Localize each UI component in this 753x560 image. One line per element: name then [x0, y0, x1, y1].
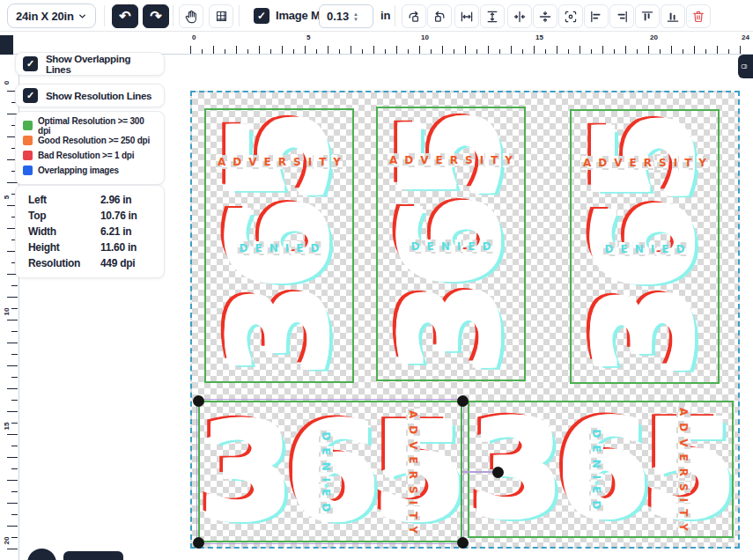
good-color-swatch — [23, 136, 33, 145]
ruler-tick — [11, 423, 18, 424]
overlapping-lines-card: ✓ Show Overlapping Lines — [15, 52, 165, 76]
ruler-tick — [648, 46, 649, 54]
resolution-legend: Optimal Resolution >= 300 dpi Good Resol… — [15, 111, 165, 185]
ruler-tick — [7, 503, 18, 504]
center-horizontal-button[interactable] — [507, 4, 532, 28]
image-margin-checkbox[interactable]: ✓ — [254, 8, 269, 24]
grid-toggle-button[interactable] — [209, 4, 233, 28]
selection-handle-sw[interactable] — [193, 537, 204, 549]
legend-label: Good Resolution >= 250 dpi — [38, 136, 150, 145]
ruler-tick — [454, 49, 454, 54]
rotation-handle[interactable] — [492, 467, 504, 478]
info-row-resolution: Resolution449 dpi — [16, 255, 164, 271]
info-label: Resolution — [28, 257, 100, 269]
canvas-image[interactable]: 365ADVERSITYDENIED — [468, 401, 734, 538]
info-value: 449 dpi — [100, 257, 164, 269]
grid-icon — [215, 10, 228, 23]
center-vertical-icon — [538, 10, 552, 24]
ruler-tick — [247, 49, 248, 54]
ruler-tick — [488, 46, 489, 54]
design-text: ADVERSITY — [676, 404, 692, 534]
ruler-label: 24 — [742, 33, 749, 41]
ruler-tick — [11, 514, 18, 515]
ruler-tick — [717, 46, 718, 54]
toolbar-divider — [173, 5, 173, 26]
ruler-tick — [373, 46, 374, 54]
ruler-tick — [671, 46, 672, 54]
ruler-tick — [591, 49, 592, 54]
design-text: DENIED — [589, 426, 605, 513]
panel-toggle-button[interactable] — [738, 55, 753, 78]
legend-item-bad: Bad Resolution >= 1 dpi — [23, 148, 157, 163]
rotate-right-button[interactable] — [427, 4, 452, 28]
align-left-button[interactable] — [584, 4, 609, 28]
ruler-label: 20 — [650, 33, 658, 41]
match-width-button[interactable] — [454, 4, 479, 28]
stepper-down-icon[interactable]: ▼ — [353, 17, 358, 22]
match-width-icon — [460, 10, 474, 24]
undo-button[interactable]: ↶ — [112, 4, 138, 28]
ruler-tick — [7, 320, 18, 321]
ruler-tick — [11, 537, 18, 538]
ruler-tick — [431, 49, 432, 54]
ruler-label: 15 — [3, 419, 11, 433]
center-vertical-button[interactable] — [533, 4, 557, 28]
info-label: Left — [28, 194, 100, 206]
delete-button[interactable] — [686, 4, 711, 28]
align-bottom-button[interactable] — [661, 4, 685, 28]
overlap-color-swatch — [23, 166, 33, 175]
ruler-tick — [11, 285, 18, 286]
ruler-tick — [11, 331, 18, 332]
ruler-tick — [305, 46, 306, 54]
ruler-tick — [11, 308, 18, 309]
align-top-button[interactable] — [635, 4, 660, 28]
overlapping-lines-label: Show Overlapping Lines — [46, 54, 157, 75]
bottom-action-button[interactable] — [63, 551, 123, 560]
ruler-label: 15 — [535, 33, 543, 41]
ruler-tick — [534, 46, 535, 54]
canvas-image[interactable]: 365ADVERSITYDENIED — [570, 109, 720, 384]
rotate-left-button[interactable] — [402, 4, 426, 28]
ruler-tick — [614, 49, 615, 54]
ruler-tick — [282, 46, 283, 54]
sheet-size-select[interactable]: 24in X 20in — [7, 4, 96, 28]
ruler-tick — [511, 46, 512, 54]
resolution-lines-checkbox[interactable]: ✓ — [23, 88, 38, 103]
ruler-corner — [0, 35, 13, 55]
align-right-button[interactable] — [609, 4, 634, 28]
redo-button[interactable]: ↷ — [143, 4, 169, 28]
ruler-tick — [236, 46, 237, 54]
ruler-tick — [7, 526, 18, 527]
resolution-lines-label: Show Resolution Lines — [46, 91, 151, 101]
toolbar-divider — [395, 5, 395, 26]
canvas-image[interactable]: 365ADVERSITYDENIED — [376, 107, 526, 381]
info-value: 11.60 in — [100, 241, 164, 254]
image-margin-input[interactable]: ▲ ▼ — [319, 4, 373, 28]
selection-box[interactable] — [196, 399, 464, 544]
legend-item-optimal: Optimal Resolution >= 300 dpi — [23, 118, 157, 133]
selection-handle-se[interactable] — [457, 537, 469, 549]
design-text: ADVERSITY — [580, 154, 710, 170]
match-height-button[interactable] — [480, 4, 505, 28]
fit-view-button[interactable] — [558, 4, 583, 28]
ruler-tick — [190, 46, 191, 54]
ruler-tick — [694, 46, 695, 54]
center-horizontal-icon — [513, 10, 527, 24]
ruler-tick — [580, 46, 580, 54]
optimal-color-swatch — [23, 121, 33, 130]
pan-button[interactable] — [179, 4, 203, 28]
selection-handle-nw[interactable] — [193, 395, 204, 407]
selection-handle-ne[interactable] — [457, 395, 469, 407]
ruler-tick — [7, 297, 18, 298]
margin-unit-label: in — [380, 9, 390, 22]
ruler-tick — [11, 400, 18, 401]
legend-label: Optimal Resolution >= 300 dpi — [38, 116, 157, 136]
align-right-icon — [615, 10, 629, 24]
image-margin-value[interactable] — [320, 10, 351, 23]
canvas-image[interactable]: 365ADVERSITYDENIED — [204, 108, 354, 383]
ruler-tick — [225, 49, 225, 54]
chevron-down-icon — [78, 11, 87, 21]
ruler-tick — [7, 480, 18, 481]
overlapping-lines-checkbox[interactable]: ✓ — [23, 56, 38, 71]
ruler-tick — [7, 434, 18, 435]
